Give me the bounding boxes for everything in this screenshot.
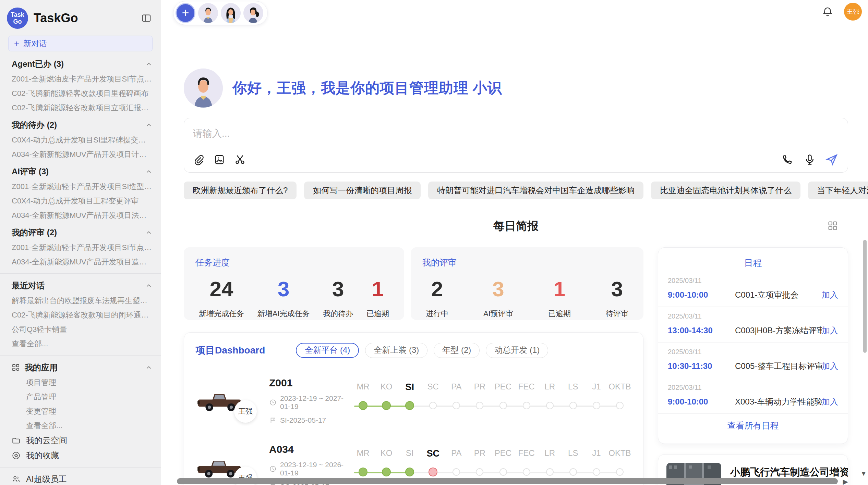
- sidebar-section-my-todo[interactable]: 我的待办 (2): [12, 117, 153, 133]
- mic-icon[interactable]: [803, 153, 816, 166]
- sidebar-section-my-apps[interactable]: 我的应用: [12, 360, 153, 375]
- agent-avatar-man[interactable]: [198, 3, 218, 23]
- suggestion-chip[interactable]: 欧洲新规最近颁布了什么?: [184, 182, 297, 199]
- assistant-avatar: [184, 69, 223, 108]
- project-info: Z001 2023-12-19 ~ 2027-01-19 SI-2025-05-…: [269, 377, 351, 424]
- tab-new-platform[interactable]: 全新平台 (4): [296, 343, 359, 358]
- agent-avatar-woman-long-hair[interactable]: [221, 3, 241, 23]
- schedule-date: 2025/03/11: [668, 384, 838, 391]
- project-row[interactable]: 王强 Z001 2023-12-19 ~ 2027-01-19: [196, 377, 631, 424]
- stat-value: 1: [548, 277, 571, 301]
- app-item-change-management[interactable]: 变更管理: [12, 404, 153, 419]
- apps-grid-icon: [12, 363, 20, 372]
- sidebar-section-my-review[interactable]: 我的评审 (2): [12, 225, 153, 240]
- image-icon[interactable]: [213, 153, 226, 166]
- message-composer[interactable]: 请输入...: [184, 118, 848, 173]
- divider: [0, 355, 161, 356]
- stat-label: 我的待办: [323, 309, 353, 319]
- scroll-right-arrow[interactable]: ▶: [843, 477, 848, 485]
- new-chat-button[interactable]: + 新对话: [8, 36, 153, 51]
- join-link[interactable]: 加入: [822, 396, 838, 407]
- section-title: 最近对话: [12, 280, 45, 291]
- suggestion-chip[interactable]: 当下年轻人对汽车外观有怎样的喜好趋势: [808, 182, 868, 199]
- tab-powertrain[interactable]: 动总开发 (1): [486, 343, 548, 358]
- view-all-apps-link[interactable]: 查看全部...: [12, 419, 153, 433]
- vertical-scrollbar-thumb[interactable]: [863, 240, 867, 353]
- new-chat-label: 新对话: [23, 38, 47, 49]
- sidebar-item[interactable]: A034-全新新能源MUV产品开发项目造型可行性评审: [12, 255, 153, 269]
- sidebar-item[interactable]: Z001-全新燃油皮卡产品开发项目SI节点Lesson Learn报告: [12, 72, 153, 86]
- suggestion-chip[interactable]: 特朗普可能对进口汽车增税会对中国车企造成哪些影响: [428, 182, 643, 199]
- app-item-product-management[interactable]: 产品管理: [12, 390, 153, 404]
- sidebar-section-agent-done[interactable]: Agent已办 (3): [12, 56, 153, 72]
- composer-right-tools: [781, 153, 838, 166]
- scissors-icon[interactable]: [233, 153, 246, 166]
- notifications-bell-icon[interactable]: [821, 5, 834, 18]
- stat-value: 3: [483, 277, 513, 301]
- chevron-up-icon: [145, 168, 153, 175]
- scroll-down-arrow[interactable]: ▼: [860, 470, 867, 477]
- app-item-project-management[interactable]: 项目管理: [12, 375, 153, 390]
- tab-new-body[interactable]: 全新上装 (3): [365, 343, 427, 358]
- add-agent-button[interactable]: +: [176, 3, 195, 23]
- recent-chat-item[interactable]: C02-飞腾新能源轻客改款项目的闭环通告反馈情况: [12, 308, 153, 322]
- stat-value: 24: [199, 277, 244, 301]
- sidebar-item[interactable]: A034-全新新能源MUV产品开发项目法规符合性评审: [12, 208, 153, 223]
- schedule-item[interactable]: 2025/03/11 9:00-10:00 X003-车辆动力学性能验... 加…: [658, 378, 848, 414]
- sidebar-item[interactable]: Z001-全新燃油轻卡产品开发项目SI节点属性5D文件评审: [12, 240, 153, 255]
- sidebar-section-ai-review[interactable]: AI评审 (3): [12, 164, 153, 179]
- agent-avatar-woman-ponytail[interactable]: [243, 3, 263, 23]
- join-link[interactable]: 加入: [822, 289, 838, 300]
- sidebar-section-recent-chats[interactable]: 最近对话: [12, 278, 153, 294]
- sidebar-collapse-icon[interactable]: [140, 12, 153, 24]
- user-avatar[interactable]: 王强: [844, 3, 862, 21]
- news-title: 小鹏飞行汽车制造公司增资: [730, 465, 848, 479]
- flag-icon: [269, 416, 277, 424]
- schedule-item[interactable]: 2025/03/11 10:30-11:30 C005-整车工程目标评审 加入: [658, 343, 848, 378]
- view-all-schedule-link[interactable]: 查看所有日程: [658, 414, 848, 431]
- sidebar-item[interactable]: Z001-全新燃油轻卡产品开发项目SI造型提交物评审: [12, 179, 153, 194]
- sidebar-item[interactable]: A034-全新新能源MUV产品开发项目计划变更表编写: [12, 147, 153, 162]
- stat-overdue: 1 已逾期: [366, 277, 389, 319]
- project-media: 王强: [196, 384, 269, 417]
- schedule-item[interactable]: 2025/03/11 13:00-14:30 C003|H0B-方案冻结评审 加…: [658, 307, 848, 343]
- schedule-name: C005-整车工程目标评审: [723, 361, 822, 372]
- sidebar-item-ai-super-staff[interactable]: AI超级员工: [12, 472, 153, 485]
- join-link[interactable]: 加入: [822, 361, 838, 372]
- stat-cards: 任务进度 24 新增完成任务 3 新增AI完成任务: [184, 247, 643, 320]
- tab-model-year[interactable]: 年型 (2): [434, 343, 480, 358]
- milestone-label: KO: [381, 382, 393, 394]
- schedule-time: 9:00-10:00: [668, 397, 723, 407]
- sidebar-item[interactable]: C0X4-动力总成开发项目工程变更评审: [12, 194, 153, 208]
- milestone-dot: [429, 402, 437, 409]
- milestone-dot: [405, 468, 414, 476]
- milestone-label: LS: [568, 448, 578, 460]
- recent-chat-item[interactable]: 公司Q3轻卡销量: [12, 322, 153, 337]
- milestone-label: SI: [405, 382, 414, 394]
- phone-icon[interactable]: [781, 153, 794, 166]
- recent-chat-item[interactable]: 解释最新出台的欧盟报废车法规再生塑料比例被调至15%...: [12, 294, 153, 308]
- daily-briefing-title: 每日简报: [184, 219, 848, 234]
- suggestion-chip[interactable]: 比亚迪全固态电池计划具体说了什么: [651, 182, 800, 199]
- app-logo: Task Go: [7, 8, 28, 29]
- topbar-right: 王强: [821, 3, 862, 21]
- milestone-label: SI: [406, 448, 414, 460]
- sidebar-item[interactable]: C02-飞腾新能源轻客改款项目里程碑画布: [12, 86, 153, 101]
- team-icon: [12, 475, 21, 484]
- project-owner-avatar: 王强: [234, 400, 257, 423]
- sidebar-item-favorites[interactable]: 我的收藏: [12, 448, 153, 463]
- sidebar-item-cloud-space[interactable]: 我的云空间: [12, 433, 153, 448]
- milestone-ko: KO: [375, 382, 398, 420]
- view-all-chats-link[interactable]: 查看全部...: [12, 337, 153, 351]
- join-link[interactable]: 加入: [822, 325, 838, 336]
- send-icon[interactable]: [825, 153, 838, 166]
- paperclip-icon[interactable]: [192, 153, 205, 166]
- sidebar-item[interactable]: C02-飞腾新能源轻客改款项目立项汇报方案: [12, 101, 153, 115]
- suggestion-chips: 欧洲新规最近颁布了什么? 如何写一份清晰的项目周报 特朗普可能对进口汽车增税会对…: [184, 182, 848, 199]
- sidebar-item[interactable]: C0X4-动力总成开发项目SI里程碑提交物检查: [12, 133, 153, 147]
- schedule-item[interactable]: 2025/03/11 9:00-10:00 C001-立项审批会 加入: [658, 271, 848, 307]
- suggestion-chip[interactable]: 如何写一份清晰的项目周报: [304, 182, 421, 199]
- layout-grid-icon[interactable]: [827, 220, 839, 232]
- schedule-card: 日程 2025/03/11 9:00-10:00 C001-立项审批会 加入 2…: [658, 247, 848, 444]
- stat-in-progress: 2 进行中: [426, 277, 448, 319]
